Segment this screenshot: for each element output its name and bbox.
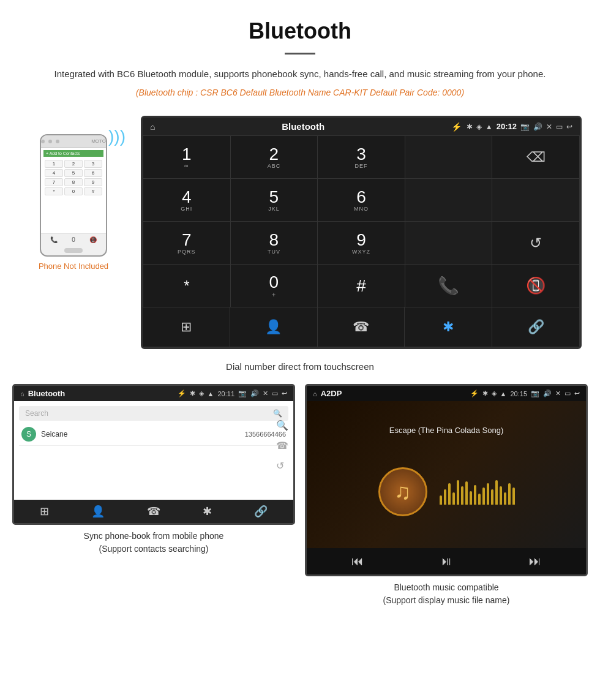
pb-search-bar[interactable]: Search 🔍: [19, 406, 288, 421]
contacts-btn[interactable]: 👤: [230, 307, 318, 347]
backspace-btn[interactable]: ⌫: [492, 136, 580, 179]
pb-wifi: ▲: [208, 390, 214, 397]
wifi-icon: ▲: [486, 122, 493, 131]
phonebook-block: ⌂ Bluetooth ⚡ ✱ ◈ ▲ 20:11 📷 🔊 ✕ ▭ ↩ Sear…: [12, 384, 295, 607]
key-star[interactable]: *: [143, 265, 231, 307]
key-hash[interactable]: #: [318, 265, 405, 307]
next-track-icon[interactable]: ⏭: [529, 554, 541, 568]
link-btn[interactable]: 🔗: [492, 307, 580, 347]
eq-bar: [495, 480, 498, 505]
back-icon: ↩: [566, 122, 572, 131]
music-back: ↩: [574, 390, 580, 397]
phone-carrier: MOTO: [91, 138, 106, 144]
pb-right-icons: 🔍 ☎ ↺: [276, 420, 288, 472]
pb-grid-icon[interactable]: ⊞: [40, 505, 49, 518]
call-red-icon: 📵: [526, 276, 546, 295]
eq-bar: [444, 489, 446, 505]
dial-caption: Dial number direct from touchscreen: [0, 355, 600, 384]
eq-bar: [470, 491, 472, 505]
eq-bar: [512, 487, 515, 505]
car-dial-screen-container: ⌂ Bluetooth ⚡ ✱ ◈ ▲ 20:12 📷 🔊 ✕ ▭ ↩: [141, 116, 582, 349]
phone-key-6: 6: [84, 169, 102, 177]
phonebook-caption: Sync phone-book from mobile phone(Suppor…: [84, 530, 224, 555]
grid-btn[interactable]: ⊞: [143, 307, 230, 347]
pb-bt: ✱: [190, 390, 195, 397]
dial-empty-r2c5: [492, 179, 580, 222]
music-block: ⌂ A2DP ⚡ ✱ ◈ ▲ 20:15 📷 🔊 ✕ ▭ ↩ Escape (T…: [305, 384, 588, 607]
usb-icon: ⚡: [451, 122, 462, 132]
pb-usb: ⚡: [178, 390, 186, 397]
pb-refresh-side-icon: ↺: [276, 460, 288, 472]
bluetooth-btn[interactable]: ✱: [405, 307, 492, 347]
pb-loc: ◈: [199, 390, 204, 397]
eq-bar: [465, 481, 468, 505]
volume-icon: 🔊: [533, 122, 542, 131]
key-2[interactable]: 2 ABC: [231, 136, 318, 179]
pb-bottom-bar: ⊞ 👤 ☎ ✱ 🔗: [14, 500, 293, 523]
phone-btn[interactable]: ☎: [318, 307, 405, 347]
backspace-icon: ⌫: [527, 149, 546, 165]
phone-key-hash: #: [84, 187, 102, 195]
pb-call-side-icon: ☎: [276, 440, 288, 451]
location-icon: ◈: [476, 122, 482, 131]
phone-key-7: 7: [45, 178, 63, 186]
phone-bottom-row: 📞 0 📵: [41, 233, 106, 246]
pb-time: 20:11: [217, 390, 234, 397]
pb-phone-icon[interactable]: ☎: [147, 505, 160, 518]
phone-not-included-text: Phone Not Included: [39, 262, 108, 271]
eq-bar: [478, 494, 481, 505]
key-5[interactable]: 5 JKL: [231, 179, 318, 222]
pb-bt-icon[interactable]: ✱: [203, 505, 212, 518]
dial-display-col4-r3: [405, 222, 493, 265]
music-controls: ⏮ ⏯ ⏭: [307, 548, 586, 574]
pb-user-icon[interactable]: 👤: [91, 505, 105, 518]
pb-vol: 🔊: [250, 390, 259, 397]
music-loc: ◈: [492, 390, 497, 397]
bottom-screenshots: ⌂ Bluetooth ⚡ ✱ ◈ ▲ 20:11 📷 🔊 ✕ ▭ ↩ Sear…: [0, 384, 600, 619]
eq-bar: [504, 492, 506, 505]
key-7[interactable]: 7 PQRS: [143, 222, 231, 265]
eq-bar: [482, 487, 485, 505]
phone-key-2: 2: [64, 160, 83, 168]
call-green-icon: 📞: [438, 276, 459, 296]
key-9[interactable]: 9 WXYZ: [318, 222, 405, 265]
pb-cam: 📷: [238, 390, 247, 397]
eq-bar: [452, 492, 455, 505]
dial-pad-grid: 1 ∞ 2 ABC 3 DEF ⌫: [143, 136, 580, 307]
key-4[interactable]: 4 GHI: [143, 179, 231, 222]
pb-search-placeholder: Search: [25, 409, 48, 418]
eq-bar: [457, 480, 459, 505]
key-3[interactable]: 3 DEF: [318, 136, 405, 179]
clock: 20:12: [497, 122, 517, 131]
dial-display-col4: [405, 136, 493, 179]
music-caption: Bluetooth music compatible(Support displ…: [383, 581, 510, 607]
phone-keypad: 1 2 3 4 5 6 7 8 9 * 0 #: [43, 159, 103, 197]
key-1[interactable]: 1 ∞: [143, 136, 231, 179]
eq-bar: [508, 483, 511, 505]
dial-row-2: 4 GHI 5 JKL 6 MNO: [143, 179, 580, 222]
pb-win: ▭: [272, 390, 278, 397]
music-home-icon: ⌂: [313, 390, 317, 397]
pb-link-icon[interactable]: 🔗: [254, 505, 268, 518]
music-equalizer: [440, 480, 515, 505]
camera-icon: 📷: [520, 122, 530, 131]
phone-wrapper: ))) MOTO + Add to Contacts 1 2 3: [40, 134, 107, 257]
pb-title: Bluetooth: [28, 389, 174, 398]
close-icon: ✕: [546, 122, 552, 131]
phone-key-9: 9: [84, 178, 102, 186]
song-title: Escape (The Pina Colada Song): [389, 426, 503, 435]
call-btn[interactable]: 📞: [405, 265, 493, 307]
redial-btn[interactable]: ↺: [492, 222, 580, 265]
key-8[interactable]: 8 TUV: [231, 222, 318, 265]
bt-icon: ✱: [467, 122, 473, 131]
prev-track-icon[interactable]: ⏮: [351, 554, 364, 568]
play-pause-icon[interactable]: ⏯: [440, 554, 452, 568]
end-call-btn[interactable]: 📵: [492, 265, 580, 307]
contact-name: Seicane: [41, 430, 245, 438]
phone-body: MOTO + Add to Contacts 1 2 3 4 5 6 7 8: [40, 134, 107, 257]
key-0[interactable]: 0 +: [231, 265, 318, 307]
key-6[interactable]: 6 MNO: [318, 179, 405, 222]
dial-row-3: 7 PQRS 8 TUV 9 WXYZ ↺: [143, 222, 580, 265]
pb-home-icon: ⌂: [20, 390, 24, 397]
phone-key-5: 5: [64, 169, 83, 177]
